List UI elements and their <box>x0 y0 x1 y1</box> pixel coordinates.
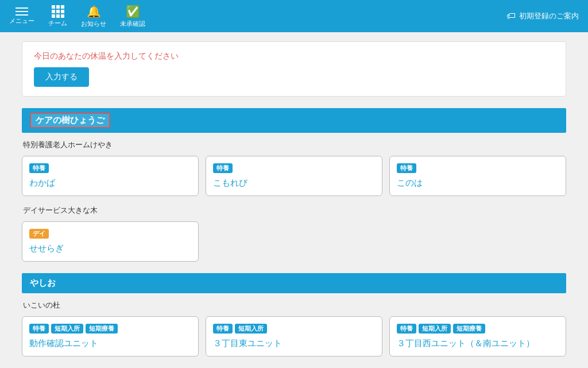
bell-icon: 🔔 <box>87 5 101 18</box>
register-icon: 🏷 <box>506 11 516 21</box>
unconfirmed-label: 未承確認 <box>120 20 145 28</box>
badge-tokuyo: 特養 <box>29 324 49 334</box>
unit-name-seseragi: せせらぎ <box>29 243 191 254</box>
unit-card-konoha[interactable]: 特養このは <box>389 156 566 196</box>
notice-button[interactable]: 🔔 お知らせ <box>81 5 106 28</box>
facility-name-tokuyoro-keyaki: 特別養護老人ホームけやき <box>22 140 566 150</box>
temp-input-button[interactable]: 入力する <box>34 67 89 87</box>
badge-tokuyo: 特養 <box>213 163 233 173</box>
badge-short-in: 短期入所 <box>235 324 267 334</box>
org-block-yashio: やしおいこいの杜特養短期入所短期療養動作確認ユニット特養短期入所３丁目東ユニット… <box>22 273 566 356</box>
grid-icon <box>52 5 64 18</box>
units-grid-ikoi-no-mori: 特養短期入所短期療養動作確認ユニット特養短期入所３丁目東ユニット特養短期入所短期… <box>22 316 566 356</box>
badges-3chome-west: 特養短期入所短期療養 <box>397 324 559 334</box>
badge-tokuyo: 特養 <box>29 163 49 173</box>
header: メニュー チーム 🔔 お知らせ ✅ 未承確認 🏷 初期登録のご案内 <box>0 0 588 32</box>
team-button[interactable]: チーム <box>48 5 67 28</box>
unit-card-3chome-west[interactable]: 特養短期入所短期療養３丁目西ユニット（＆南ユニット） <box>389 316 566 356</box>
badge-short-in: 短期入所 <box>419 324 451 334</box>
unit-name-komorebi: こもれび <box>213 178 375 189</box>
badges-seseragi: デイ <box>29 229 191 239</box>
badges-3chome-east: 特養短期入所 <box>213 324 375 334</box>
notice-label: お知らせ <box>81 20 106 28</box>
menu-icon <box>16 7 28 16</box>
unit-name-dosa-unit: 動作確認ユニット <box>29 338 191 349</box>
registration-link[interactable]: 🏷 初期登録のご案内 <box>506 11 579 21</box>
organization-container: ケアの樹ひょうご特別養護老人ホームけやき特養わかば特養こもれび特養このはデイサー… <box>22 108 566 356</box>
facility-name-day-okina: デイサービス大きな木 <box>22 205 566 216</box>
units-grid-day-okina: デイせせらぎ <box>22 221 566 262</box>
unit-card-dosa-unit[interactable]: 特養短期入所短期療養動作確認ユニット <box>22 316 199 356</box>
unit-card-3chome-east[interactable]: 特養短期入所３丁目東ユニット <box>206 316 382 356</box>
badge-short-in: 短期入所 <box>51 324 83 334</box>
badge-tokuyo: 特養 <box>213 324 233 334</box>
unit-card-komorebi[interactable]: 特養こもれび <box>206 156 382 196</box>
registration-label: 初期登録のご案内 <box>519 11 579 21</box>
org-title-care-hyogo: ケアの樹ひょうご <box>30 113 110 128</box>
unit-name-konoha: このは <box>397 178 559 189</box>
badge-short-care: 短期療養 <box>453 324 485 334</box>
badge-day: デイ <box>29 229 49 239</box>
unit-card-wakaba[interactable]: 特養わかば <box>22 156 199 196</box>
main-content: 今日のあなたの休温を入力してください 入力する ケアの樹ひょうご特別養護老人ホー… <box>13 32 575 368</box>
badges-komorebi: 特養 <box>213 163 375 173</box>
section-header-yashio: やしお <box>22 273 566 293</box>
team-label: チーム <box>48 19 67 28</box>
section-header-care-hyogo: ケアの樹ひょうご <box>22 108 566 133</box>
badges-dosa-unit: 特養短期入所短期療養 <box>29 324 191 334</box>
units-grid-tokuyoro-keyaki: 特養わかば特養こもれび特養このは <box>22 156 566 196</box>
unit-card-seseragi[interactable]: デイせせらぎ <box>22 221 199 262</box>
badge-tokuyo: 特養 <box>397 324 416 334</box>
unconfirmed-button[interactable]: ✅ 未承確認 <box>120 5 145 28</box>
badge-tokuyo: 特養 <box>397 163 416 173</box>
temp-prompt: 今日のあなたの休温を入力してください <box>34 51 554 62</box>
unit-name-wakaba: わかば <box>29 178 191 189</box>
temperature-card: 今日のあなたの休温を入力してください 入力する <box>22 41 566 97</box>
unit-name-3chome-west: ３丁目西ユニット（＆南ユニット） <box>397 338 559 349</box>
menu-label: メニュー <box>9 17 34 25</box>
badges-konoha: 特養 <box>397 163 559 173</box>
org-block-care-hyogo: ケアの樹ひょうご特別養護老人ホームけやき特養わかば特養こもれび特養このはデイサー… <box>22 108 566 262</box>
badge-short-care: 短期療養 <box>86 324 118 334</box>
facility-name-ikoi-no-mori: いこいの杜 <box>22 300 566 310</box>
badges-wakaba: 特養 <box>29 163 191 173</box>
check-icon: ✅ <box>126 5 140 18</box>
menu-button[interactable]: メニュー <box>9 7 34 25</box>
unit-name-3chome-east: ３丁目東ユニット <box>213 338 375 349</box>
header-nav: メニュー チーム 🔔 お知らせ ✅ 未承確認 <box>9 5 145 28</box>
